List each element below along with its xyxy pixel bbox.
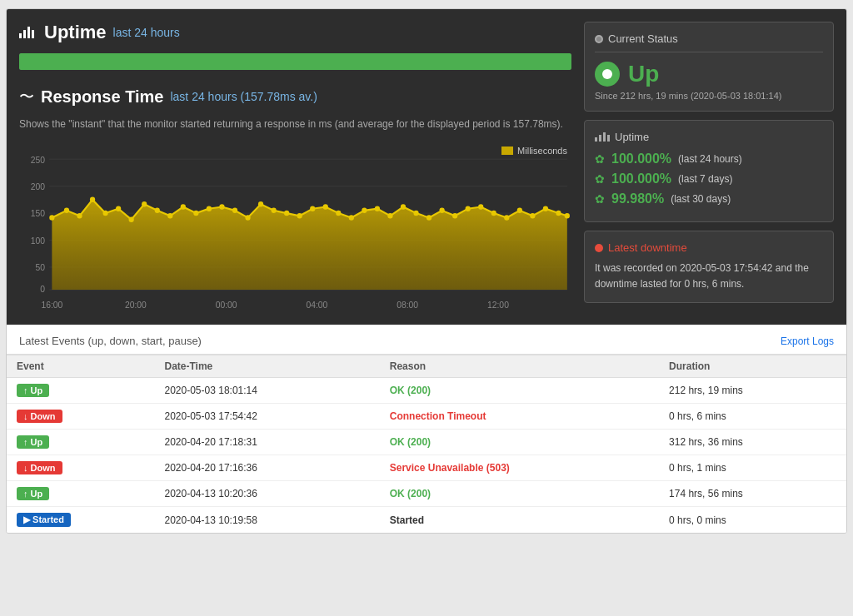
svg-point-47 [504, 215, 509, 220]
latest-downtime-box: Latest downtime It was recorded on 2020-… [584, 231, 834, 303]
svg-point-33 [323, 204, 328, 209]
uptime-row-24h: ✿ 100.000% (last 24 hours) [595, 152, 823, 166]
uptime-period-30d: (last 30 days) [671, 193, 731, 205]
left-panel: Uptime last 24 hours 〜 Response Time las… [19, 22, 571, 312]
col-datetime: Date-Time [155, 355, 380, 378]
col-event: Event [7, 355, 155, 378]
reason-text: OK (200) [390, 436, 431, 448]
duration-cell: 174 hrs, 56 mins [659, 481, 846, 507]
table-row: ↓ Down 2020-05-03 17:54:42 Connection Ti… [7, 404, 846, 430]
svg-point-50 [543, 206, 548, 211]
downtime-header: Latest downtime [595, 241, 823, 254]
current-status-box: Current Status Up Since 212 hrs, 19 mins… [584, 22, 834, 112]
response-header: 〜 Response Time last 24 hours (157.78ms … [19, 87, 571, 107]
duration-cell: 0 hrs, 1 mins [659, 455, 846, 481]
svg-point-43 [452, 213, 457, 218]
svg-point-44 [466, 206, 471, 211]
event-badge: ↑ Up [17, 435, 49, 449]
right-panel: Current Status Up Since 212 hrs, 19 mins… [584, 22, 834, 312]
response-desc: Shows the "instant" that the monitor sta… [19, 117, 571, 132]
uptime-row-7d: ✿ 100.000% (last 7 days) [595, 171, 823, 186]
svg-text:100: 100 [31, 236, 45, 246]
uptime-row-30d: ✿ 99.980% (last 30 days) [595, 191, 823, 206]
svg-point-32 [310, 206, 315, 211]
uptime-percent-7d: 100.000% [611, 171, 671, 186]
downtime-dot [595, 244, 603, 252]
svg-point-34 [336, 211, 341, 216]
svg-text:50: 50 [36, 262, 46, 272]
bars-icon [19, 27, 34, 38]
reason-cell: OK (200) [380, 430, 659, 455]
uptime-stats-box: Uptime ✿ 100.000% (last 24 hours) ✿ 100.… [584, 120, 834, 222]
svg-point-42 [440, 208, 445, 213]
uptime-period-7d: (last 7 days) [678, 173, 732, 185]
datetime-cell: 2020-04-13 10:20:36 [155, 481, 380, 507]
legend-label: Milliseconds [517, 146, 567, 156]
svg-text:200: 200 [31, 181, 45, 191]
chart-legend: Milliseconds [501, 146, 567, 156]
svg-point-18 [129, 216, 134, 221]
reason-cell: OK (200) [380, 378, 659, 404]
table-row: ▶ Started 2020-04-13 10:19:58 Started 0 … [7, 507, 846, 534]
table-header-row: Event Date-Time Reason Duration [7, 355, 846, 378]
reason-cell: Connection Timeout [380, 404, 659, 430]
svg-point-41 [426, 215, 431, 220]
event-badge: ↑ Up [17, 487, 49, 500]
green-star-1: ✿ [595, 152, 605, 166]
response-title: Response Time [41, 87, 163, 107]
events-table: Event Date-Time Reason Duration ↑ Up 202… [7, 355, 846, 533]
svg-point-30 [284, 211, 289, 216]
svg-point-40 [413, 211, 418, 216]
svg-point-46 [491, 211, 496, 216]
top-section: Uptime last 24 hours 〜 Response Time las… [7, 9, 846, 325]
uptime-title: Uptime [44, 22, 107, 43]
svg-point-16 [102, 211, 107, 216]
svg-text:20:00: 20:00 [125, 299, 147, 309]
svg-point-23 [193, 211, 198, 216]
event-badge: ↓ Down [17, 410, 62, 423]
status-box-header: Current Status [595, 32, 823, 52]
table-row: ↑ Up 2020-05-03 18:01:14 OK (200) 212 hr… [7, 378, 846, 404]
datetime-cell: 2020-05-03 17:54:42 [155, 404, 380, 430]
svg-point-38 [387, 213, 392, 218]
export-logs-link[interactable]: Export Logs [781, 335, 834, 347]
status-up-icon [595, 62, 620, 87]
status-since: Since 212 hrs, 19 mins (2020-05-03 18:01… [595, 91, 823, 101]
svg-point-19 [142, 201, 147, 206]
svg-point-12 [49, 215, 54, 220]
uptime-bars-icon [595, 132, 610, 142]
datetime-cell: 2020-04-20 17:16:36 [155, 455, 380, 481]
reason-cell: Service Unavailable (503) [380, 455, 659, 481]
events-title: Latest Events (up, down, start, pause) [19, 335, 202, 347]
event-cell: ▶ Started [7, 507, 155, 534]
reason-text: OK (200) [390, 488, 431, 499]
event-cell: ↑ Up [7, 430, 155, 455]
table-row: ↓ Down 2020-04-20 17:16:36 Service Unava… [7, 455, 846, 481]
svg-point-20 [155, 208, 160, 213]
svg-point-49 [530, 213, 535, 218]
uptime-stats-title: Uptime [595, 131, 823, 143]
svg-text:0: 0 [40, 284, 45, 294]
response-chart: Milliseconds 250 200 150 100 50 [19, 146, 571, 312]
datetime-cell: 2020-04-20 17:18:31 [155, 430, 380, 455]
event-cell: ↑ Up [7, 481, 155, 507]
reason-text: Service Unavailable (503) [390, 462, 510, 474]
datetime-cell: 2020-05-03 18:01:14 [155, 378, 380, 404]
svg-point-15 [90, 197, 95, 202]
event-badge: ↑ Up [17, 384, 49, 397]
legend-color-box [501, 147, 513, 155]
svg-point-52 [565, 213, 570, 218]
svg-point-22 [181, 204, 186, 209]
duration-cell: 0 hrs, 6 mins [659, 404, 846, 430]
events-header: Latest Events (up, down, start, pause) E… [7, 325, 846, 355]
svg-point-51 [556, 211, 561, 216]
duration-cell: 0 hrs, 0 mins [659, 507, 846, 534]
svg-text:00:00: 00:00 [216, 299, 237, 309]
event-cell: ↓ Down [7, 455, 155, 481]
svg-point-39 [401, 204, 406, 209]
col-duration: Duration [659, 355, 846, 378]
green-star-3: ✿ [595, 192, 605, 206]
downtime-text: It was recorded on 2020-05-03 17:54:42 a… [595, 261, 823, 292]
status-up-text: Up [628, 61, 659, 87]
svg-point-17 [116, 206, 121, 211]
